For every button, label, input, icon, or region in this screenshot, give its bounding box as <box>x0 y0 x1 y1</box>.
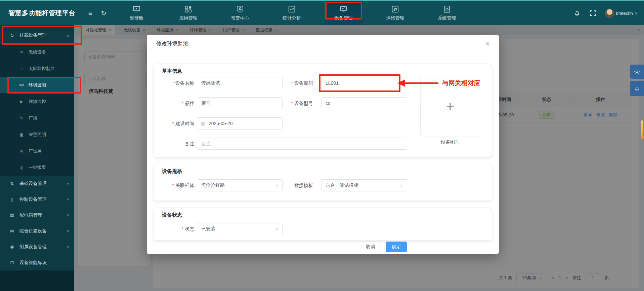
calendar-icon: ▦ <box>201 120 205 126</box>
sidebar-item-smart-id[interactable]: ⊡ 设备智能标识 <box>0 255 74 270</box>
scrollbar-thumb[interactable] <box>641 120 643 139</box>
nav-item-stats[interactable]: 统计分析 <box>273 1 311 25</box>
device-spec-card: 设备规格 关联杆体 海沧沧虹路 ∨ 数据模板 六合一测试模板 ∨ <box>154 164 492 201</box>
upload-label: 设备图片 <box>420 139 480 145</box>
nav-item-alert-center[interactable]: 预警中心 <box>221 1 259 25</box>
sidebar-group-power-box[interactable]: ▦ 配电箱管理 ∨ <box>0 207 74 223</box>
template-label: 数据模板 <box>274 183 313 189</box>
dashboard-icon <box>132 5 141 13</box>
close-icon[interactable]: × <box>485 40 489 47</box>
nav-item-cockpit[interactable]: 驾驶舱 <box>118 1 156 25</box>
stats-icon <box>288 5 296 13</box>
model-input[interactable] <box>321 97 407 109</box>
camera-icon: ◉ <box>8 244 16 249</box>
sidebar-group-label: 综合机箱设备 <box>19 228 47 234</box>
sidebar-item-video-monitor[interactable]: ▶ 视频监控 <box>0 93 74 110</box>
sidebar-footer <box>0 270 74 291</box>
annotation-arrow-line <box>405 82 438 84</box>
annotation-gateway-note: 与网关相对应 <box>442 79 480 87</box>
nav-label: 应用管理 <box>179 15 198 21</box>
nav-label: 统计分析 <box>283 15 301 21</box>
nav-item-system-mgmt[interactable]: 系统管理 <box>428 1 466 25</box>
settings-fab-button[interactable] <box>630 65 644 79</box>
alerts-fab-button[interactable] <box>630 81 644 96</box>
annotation-arrow-head <box>397 79 405 87</box>
sidebar-group-label: 配电箱管理 <box>19 212 42 218</box>
sidebar-group-mounted-devices[interactable]: ↻ 挂载设备管理 ∧ <box>0 27 74 44</box>
edit-env-monitor-modal: 修改环境监测 × 基本信息 设备名称 设备编码 与网关相对应 品牌 设备型号 建… <box>147 35 499 254</box>
sidebar-item-wireless[interactable]: ≋ 无线设备 <box>0 44 74 60</box>
confirm-button[interactable]: 确定 <box>386 242 407 252</box>
play-icon: ▶ <box>17 99 26 104</box>
build-time-field: ▦ <box>197 117 283 130</box>
brand-label: 品牌 <box>155 101 194 107</box>
sidebar-item-label: 设备智能标识 <box>19 260 47 266</box>
system-icon <box>443 5 451 13</box>
build-time-label: 建设时间 <box>155 121 194 127</box>
remark-label: 备注 <box>155 141 194 147</box>
smart-id-icon: ⊡ <box>8 260 16 265</box>
section-title-status: 设备状态 <box>162 212 182 218</box>
bell-icon[interactable] <box>573 9 581 17</box>
sidebar-item-one-key-alarm[interactable]: ◎ 一键报警 <box>0 159 74 176</box>
refresh-icon[interactable]: ↻ <box>101 10 106 16</box>
cancel-button[interactable]: 取消 <box>360 242 381 252</box>
sidebar-group-label: 基础设备管理 <box>19 181 47 187</box>
basic-info-card: 基本信息 设备名称 设备编码 与网关相对应 品牌 设备型号 建设时间 ▦ 备注 <box>154 64 492 157</box>
device-code-label: 设备编码 <box>274 80 313 86</box>
section-title-basic: 基本信息 <box>162 68 182 74</box>
sidebar-group-base-devices[interactable]: ⇅ 基础设备管理 ∨ <box>0 176 74 191</box>
edit-icon: ✎ <box>17 116 26 120</box>
template-value: 六合一测试模板 <box>326 182 358 188</box>
gear-icon <box>634 68 640 75</box>
build-time-input[interactable] <box>197 117 283 130</box>
sidebar-item-env-monitor[interactable]: </> 环境监测 <box>0 77 74 93</box>
app-title: 智慧多功能杆管理平台 <box>8 9 76 17</box>
app-root: 可视化管理 × 无线设备 × 环境监测 × 杆体管理 × 用户管理 × 数据模板… <box>0 0 644 291</box>
nav-item-device-mgmt[interactable]: 设备管理 <box>325 1 362 25</box>
sidebar-item-broadcast[interactable]: ✎ 广播 <box>0 110 74 126</box>
alarm-icon: ◎ <box>17 165 26 170</box>
chevron-down-icon: ∨ <box>67 229 69 233</box>
sidebar-item-smart-lighting[interactable]: ▣ 智慧照明 <box>0 126 74 143</box>
nav-item-app-mgmt[interactable]: 应用管理 <box>170 1 207 25</box>
chevron-down-icon: ∨ <box>275 227 278 231</box>
bell-icon <box>634 85 640 92</box>
menu-collapse-icon[interactable]: ≡ <box>88 10 92 16</box>
nav-item-ops-mgmt[interactable]: 运维管理 <box>377 1 414 25</box>
status-select[interactable]: 已安装 ∨ <box>197 223 283 235</box>
fullscreen-icon[interactable] <box>589 9 597 17</box>
modal-footer: 取消 确定 <box>154 242 407 252</box>
model-label: 设备型号 <box>274 101 313 107</box>
sidebar-item-solar-controller[interactable]: ☼ 太阳能控制器 <box>0 60 74 77</box>
sidebar-submenu: ≋ 无线设备 ☼ 太阳能控制器 </> 环境监测 ▶ 视频监控 ✎ 广播 ▣ <box>0 44 74 176</box>
nav-label: 系统管理 <box>438 15 456 21</box>
sidebar-group-label: 附属设备管理 <box>19 244 47 250</box>
annotation-box-env-monitor <box>7 77 81 94</box>
template-select[interactable]: 六合一测试模板 ∨ <box>321 179 407 191</box>
brand-input[interactable] <box>197 97 283 109</box>
device-code-field <box>321 77 407 89</box>
chevron-down-icon: ∨ <box>67 245 69 249</box>
sidebar-item-label: 无线设备 <box>29 49 46 55</box>
sidebar: ↻ 挂载设备管理 ∧ ≋ 无线设备 ☼ 太阳能控制器 </> 环境监测 ▶ 视频… <box>0 25 74 291</box>
sidebar-group-control-devices[interactable]: ▯ 控制设备管理 ∨ <box>0 191 74 207</box>
nav-label: 驾驶舱 <box>130 15 143 21</box>
alert-center-icon <box>236 5 244 13</box>
modal-header: 修改环境监测 × <box>147 35 499 53</box>
sidebar-group-label: 控制设备管理 <box>19 196 47 203</box>
remark-input[interactable] <box>197 138 407 150</box>
chevron-down-icon: ∨ <box>635 11 637 15</box>
apps-icon <box>184 5 192 13</box>
sidebar-group-attached-devices[interactable]: ◉ 附属设备管理 ∨ <box>0 239 74 255</box>
lighting-icon: ▣ <box>17 132 26 137</box>
wifi-icon: ≋ <box>17 50 26 54</box>
sidebar-item-label: 广告屏 <box>29 148 42 154</box>
pole-select[interactable]: 海沧沧虹路 ∨ <box>197 179 283 191</box>
chevron-down-icon: ∨ <box>67 182 69 185</box>
user-menu[interactable]: bmtechh ∨ <box>605 9 637 18</box>
user-name: bmtechh <box>616 11 633 16</box>
sidebar-group-cabinet-devices[interactable]: ⋈ 综合机箱设备 ∨ <box>0 223 74 239</box>
sidebar-item-ad-screen[interactable]: ⊞ 广告屏 <box>0 143 74 159</box>
device-name-input[interactable] <box>197 77 283 89</box>
